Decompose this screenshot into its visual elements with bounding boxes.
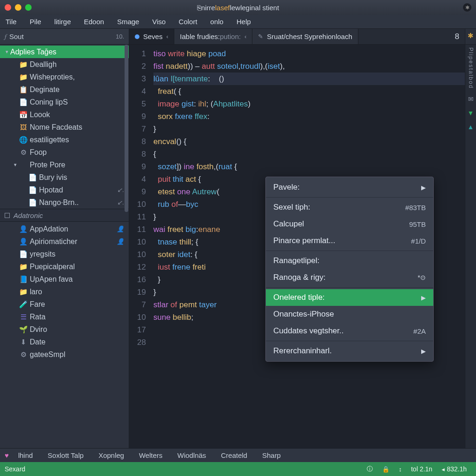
window-settings-icon[interactable]: ✱ [463,3,471,12]
status-segment[interactable]: ◂832.1h [437,465,471,473]
tree-item-label: Date [30,336,46,348]
status-segment[interactable]: ⓘ [362,465,377,473]
shortcut-label: #2A [413,327,426,335]
menu-litirge[interactable]: litirge [48,15,78,28]
tree-item-label: Deginate [30,83,60,96]
tree-item[interactable]: 📄Hpotad↙. [0,184,129,196]
status-text: 832.1h [447,465,467,473]
menu-onlo[interactable]: onlo [204,15,230,28]
menu-colort[interactable]: Colort [172,15,204,28]
context-menu-item[interactable]: Pinarce permlat...#1/D [266,232,433,249]
tree-item[interactable]: 👤AppAdation👤 [0,223,129,235]
status-tab[interactable]: Sharp [255,451,288,459]
status-tab[interactable]: Createld [213,451,255,459]
tree-item[interactable]: ⚙Foop [0,146,129,159]
code-line[interactable]: sorx fxere ffex: [153,110,465,123]
file-r-icon: 📄 [28,171,37,184]
chevron-left-icon[interactable]: ‹ [166,33,168,40]
tree-item-label: Bury ivis [39,171,67,184]
code-line[interactable]: freat( { [153,85,465,98]
tree-item[interactable]: 📁Dealligh [0,58,129,71]
tree-item-meta: ↙. [117,196,124,209]
tree-item[interactable]: ⚙gateeSmpl [0,348,129,361]
checkbox-icon[interactable] [5,213,10,218]
context-menu-label: Calcupel [273,219,304,229]
code-line[interactable]: { [153,148,465,160]
window-close-button[interactable] [5,4,11,11]
code-line[interactable]: fist nadett)) – autt soteol,troudl),(ise… [153,60,465,73]
line-number: 2 [129,60,146,73]
editor-tab-2[interactable]: ✎Sruat/chest Syprehionloach [252,29,358,44]
triangle-up-icon[interactable]: ▲ [468,123,474,131]
shortcut-label: #83TB [405,204,426,212]
status-tab[interactable]: Soxlott Talp [40,451,91,459]
tree-item[interactable]: 🌐esatiligettes [0,133,129,146]
code-line[interactable]: encval() { [153,135,465,148]
tree-item[interactable]: 📄Coning lipS [0,96,129,108]
tree-item[interactable]: 🌱Dviro [0,323,129,336]
status-tab[interactable]: lhind [11,451,40,459]
context-menu: Pavele:▶Sexel tiph:#83TBCalcupel95TBPina… [265,177,434,362]
sidebar-section-header[interactable]: Adatronic [0,209,129,222]
context-menu-item[interactable]: Calcupel95TB [266,216,433,232]
tree-item[interactable]: 👤Apiriomaticher👤 [0,235,129,248]
tree-item[interactable]: 📘UpApen fava [0,273,129,285]
menu-smage[interactable]: Smage [111,15,146,28]
status-tab[interactable]: Wiodlnäs [170,451,214,459]
star-icon[interactable]: ✱ [465,29,476,40]
status-tab[interactable]: Welters [132,451,170,459]
code-line[interactable]: tiso write hiage poad [153,47,465,60]
menu-tile[interactable]: Tile [0,15,23,28]
context-menu-item[interactable]: Cuddates vegtsher..#2A [266,323,433,339]
status-segment[interactable]: ↕ [394,465,407,473]
tree-item[interactable]: 📄Nango·Brn..↙. [0,196,129,209]
tree-item[interactable]: 📋Deginate [0,83,129,96]
code-line[interactable]: } [153,123,465,135]
tree-item[interactable]: 📁laro [0,285,129,298]
window-maximize-button[interactable] [25,4,32,11]
context-menu-item[interactable]: Ranagetlipel: [266,252,433,269]
line-number: 12 [129,261,146,273]
tree-item[interactable]: 📄Bury ivis [0,171,129,184]
line-number: 9 [129,110,146,123]
chevron-left-icon[interactable]: ‹ [245,33,246,40]
tree-item[interactable]: 🧪Fare [0,298,129,311]
context-menu-item[interactable]: Pavele:▶ [266,179,433,196]
chevron-down-icon[interactable]: ▾ [12,159,19,171]
status-segment[interactable]: 🔒 [377,465,394,473]
context-menu-item[interactable]: Onelered tiple:▶ [266,289,433,306]
editor-tab-1[interactable]: Iable frudies:pution:‹ [174,29,252,44]
tree-item[interactable]: 📁Puepicalperal [0,260,129,273]
context-menu-item[interactable]: Sexel tiph:#83TB [266,199,433,216]
context-menu-item[interactable]: Onanctes-iPhose [266,306,433,323]
mail-icon[interactable]: ✉ [468,95,474,103]
tree-item[interactable]: 📁Wisheproties, [0,71,129,83]
code-line[interactable]: lûan I[tenmante: () [153,73,465,85]
heart-icon[interactable]: ♥ [0,451,11,459]
context-menu-item[interactable]: Rererchaninharl.▶ [266,343,433,359]
window-minimize-button[interactable] [15,4,21,11]
tree-item[interactable]: 🖼Nome Facdeats [0,121,129,133]
editor-tab-0[interactable]: Seves‹ [129,29,174,44]
triangle-down-icon[interactable]: ▼ [468,109,474,117]
status-tab[interactable]: Xopnleg [91,451,132,459]
tree-item[interactable]: ▾Prote Pore [0,159,129,171]
right-gutter-label[interactable]: Plipestalbod [468,47,474,89]
status-segment[interactable]: tol 2.1n [406,465,437,473]
menu-edoon[interactable]: Edoon [78,15,111,28]
menu-pile[interactable]: Pile [23,15,48,28]
context-menu-item[interactable]: Ranoga & rigy:*⊙ [266,269,433,286]
code-line[interactable]: image gist: ihl; (Ahpatlites) [153,98,465,110]
tree-item[interactable]: 📄yregsits [0,248,129,260]
menu-help[interactable]: Help [230,15,258,28]
tree-item[interactable]: ⬇Date [0,336,129,348]
chevron-down-icon[interactable]: ▾ [4,46,10,58]
tree-root[interactable]: ▾Adplies Tağes [0,46,129,58]
project-panel-header[interactable]: 𝑓 Sout 10. [0,29,129,44]
tree-item[interactable]: ☰Rata [0,311,129,323]
sidebar-scrollbar-thumb[interactable] [125,45,128,212]
tree-item-label: Rata [30,311,46,323]
tree-item[interactable]: 📅Loook [0,108,129,121]
menu-viso[interactable]: Viso [145,15,172,28]
code-line[interactable]: sozet]) ine fosth,(ruat { [153,160,465,173]
